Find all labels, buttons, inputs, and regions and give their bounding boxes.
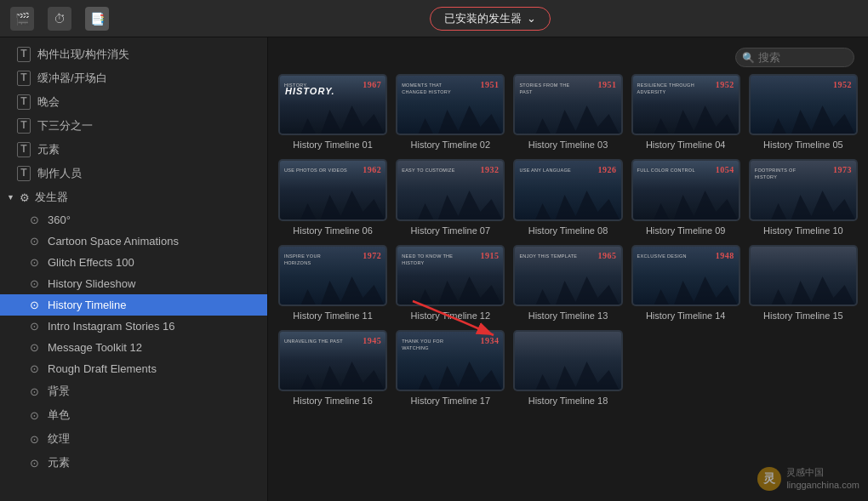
sidebar-item-history-timeline[interactable]: ⊙ History Timeline [0,294,267,316]
grid-item-5[interactable]: 1952History Timeline 05 [749,74,858,151]
svg-marker-1 [397,105,503,134]
sidebar-item-label: 构件出现/构件消失 [37,47,129,62]
grid-item-1[interactable]: 1967HISTORY.HISTORY.History Timeline 01 [278,74,387,151]
thumbnail-grid: 1967HISTORY.HISTORY.History Timeline 011… [275,74,861,407]
sidebar-item-history-slideshow[interactable]: ⊙ History Slideshow [0,273,267,294]
text-icon: T [17,166,31,181]
sidebar-item-glitch[interactable]: ⊙ Glitch Effects 100 [0,252,267,273]
gen-icon: ⊙ [27,277,41,290]
search-wrapper: 🔍 [735,48,854,67]
sidebar-item-label: 纹理 [48,431,70,447]
sidebar: T 构件出现/构件消失 T 缓冲器/开场白 T 晚会 T 下三分之一 T 元素 … [0,37,268,501]
dropdown-label: 已安装的发生器 [444,11,522,26]
grid-item-3[interactable]: 1951STORIES FROM THE PASTHistory Timelin… [513,74,622,151]
item-label-11: History Timeline 11 [293,310,373,322]
sidebar-item-credits[interactable]: T 制作人员 [0,162,267,185]
sidebar-item-buffer[interactable]: T 缓冲器/开场白 [0,66,267,90]
section-label: 发生器 [35,190,68,205]
sidebar-item-label: History Timeline [48,299,126,311]
gen-icon: ⊙ [27,299,41,311]
sidebar-item-texture[interactable]: ⊙ 纹理 [0,427,267,451]
grid-item-12[interactable]: 1915NEED TO KNOW THE HISTORYHistory Time… [396,245,505,322]
sidebar-item-message-toolkit[interactable]: ⊙ Message Toolkit 12 [0,337,267,358]
gen-icon: ⊙ [27,457,41,470]
item-label-17: History Timeline 17 [411,395,491,407]
svg-marker-6 [397,191,503,219]
grid-item-14[interactable]: 1948EXCLUSIVE DESIGNHistory Timeline 14 [631,245,740,322]
gen-icon: ⊙ [27,385,41,398]
item-label-13: History Timeline 13 [528,310,608,322]
grid-item-15[interactable]: History Timeline 15 [749,245,858,322]
item-label-1: History Timeline 01 [293,139,373,151]
toolbar-icon-clock[interactable]: ⏱ [48,7,71,31]
sidebar-item-party[interactable]: T 晚会 [0,90,267,114]
sidebar-item-360[interactable]: ⊙ 360° [0,209,267,231]
sidebar-item-label: 缓冲器/开场白 [37,71,107,86]
grid-item-13[interactable]: 1965ENJOY THIS TEMPLATEHistory Timeline … [513,245,622,322]
sidebar-item-label: 元素 [48,455,70,470]
section-header-generators[interactable]: ▼ ⚙ 发生器 [0,185,267,209]
grid-item-7[interactable]: 1932EASY TO CUSTOMIZEHistory Timeline 07 [396,159,505,236]
sidebar-item-elements2[interactable]: ⊙ 元素 [0,451,267,475]
svg-marker-11 [397,276,503,305]
svg-marker-13 [633,276,739,305]
svg-marker-5 [280,191,385,219]
gen-icon: ⊙ [27,213,41,226]
sidebar-item-bg[interactable]: ⊙ 背景 [0,379,267,403]
svg-marker-3 [633,105,739,134]
text-icon: T [17,47,31,62]
grid-item-4[interactable]: 1952RESILIENCE THROUGH ADVERSITYHistory … [631,74,740,151]
toolbar-icon-gen[interactable]: 📑 [85,7,109,31]
item-label-9: History Timeline 09 [646,225,726,236]
triangle-icon: ▼ [7,193,14,202]
gen-icon: ⊙ [27,235,41,248]
svg-marker-4 [751,105,856,134]
toolbar: 🎬 ⏱ 📑 已安装的发生器 ⌄ [0,0,868,37]
sidebar-item-label: Message Toolkit 12 [48,341,142,354]
svg-marker-9 [751,191,856,219]
toolbar-icon-film[interactable]: 🎬 [10,7,34,31]
sidebar-item-elements[interactable]: T 元素 [0,138,267,162]
item-label-2: History Timeline 02 [411,139,491,151]
item-label-4: History Timeline 04 [646,139,726,151]
watermark-logo: 灵 [757,467,781,491]
gen-icon: ⊙ [27,320,41,333]
sidebar-item-rough-draft[interactable]: ⊙ Rough Draft Elements [0,358,267,379]
item-label-10: History Timeline 10 [763,225,843,236]
grid-item-11[interactable]: 1972INSPIRE YOUR HORIZONSHistory Timelin… [278,245,387,322]
grid-item-18[interactable]: History Timeline 18 [513,330,622,407]
sidebar-item-solid[interactable]: ⊙ 单色 [0,403,267,427]
sidebar-item-lowerthird[interactable]: T 下三分之一 [0,114,267,138]
item-label-8: History Timeline 08 [528,225,608,236]
gen-icon: ⊙ [27,256,41,269]
svg-marker-8 [633,191,739,219]
sidebar-item-cartoon-space[interactable]: ⊙ Cartoon Space Animations [0,231,267,252]
sidebar-item-label: 背景 [48,384,70,399]
grid-item-16[interactable]: 1945UNRAVELING THE PASTHistory Timeline … [278,330,387,407]
grid-item-17[interactable]: 1934THANK YOU FOR WATCHINGHistory Timeli… [396,330,505,407]
grid-item-9[interactable]: 1054FULL COLOR CONTROLHistory Timeline 0… [631,159,740,236]
sidebar-item-label: Intro Instagram Stories 16 [48,320,175,333]
sidebar-item-label: History Slideshow [48,277,135,290]
watermark: 灵 灵感中国 lingganchina.com [757,466,859,491]
svg-marker-16 [397,362,503,390]
grid-item-8[interactable]: 1926USE ANY LANGUAGEHistory Timeline 08 [513,159,622,236]
sidebar-item-label: 元素 [37,142,60,157]
svg-marker-0 [280,105,385,134]
text-icon: T [17,94,31,110]
svg-marker-7 [515,191,620,219]
installed-generators-dropdown[interactable]: 已安装的发生器 ⌄ [430,7,551,31]
sidebar-item-intro-instagram[interactable]: ⊙ Intro Instagram Stories 16 [0,316,267,337]
grid-item-10[interactable]: 1973FOOTPRINTS OF HISTORYHistory Timelin… [749,159,858,236]
main-area: T 构件出现/构件消失 T 缓冲器/开场白 T 晚会 T 下三分之一 T 元素 … [0,37,868,501]
sidebar-item-label: 下三分之一 [37,118,93,134]
svg-marker-2 [515,105,620,134]
grid-item-6[interactable]: 1962USE PHOTOS OR VIDEOSHistory Timeline… [278,159,387,236]
svg-marker-14 [751,276,856,305]
gen-icon: ⊙ [27,409,41,422]
svg-marker-15 [280,362,385,390]
gear-icon: ⚙ [20,191,30,204]
grid-item-2[interactable]: 1951MOMENTS THAT CHANGED HISTORYHistory … [396,74,505,151]
sidebar-item-appear-disappear[interactable]: T 构件出现/构件消失 [0,43,267,66]
item-label-16: History Timeline 16 [293,395,373,407]
